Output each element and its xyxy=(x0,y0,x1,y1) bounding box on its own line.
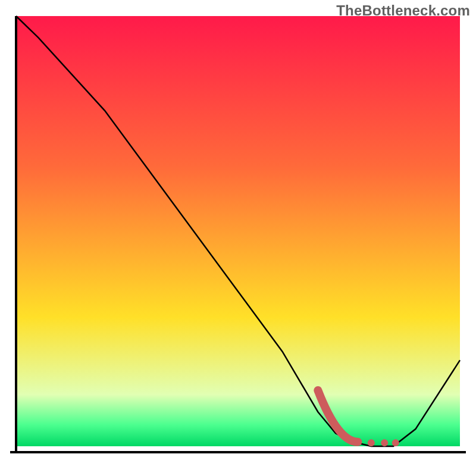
chart-svg xyxy=(0,0,476,476)
highlight-dot xyxy=(381,439,388,446)
plot-background xyxy=(16,16,460,446)
highlight-dots xyxy=(368,439,399,446)
watermark-text: TheBottleneck.com xyxy=(336,2,470,19)
highlight-dot xyxy=(392,439,399,446)
chart-stage: TheBottleneck.com xyxy=(0,0,476,476)
highlight-dot xyxy=(368,439,375,446)
